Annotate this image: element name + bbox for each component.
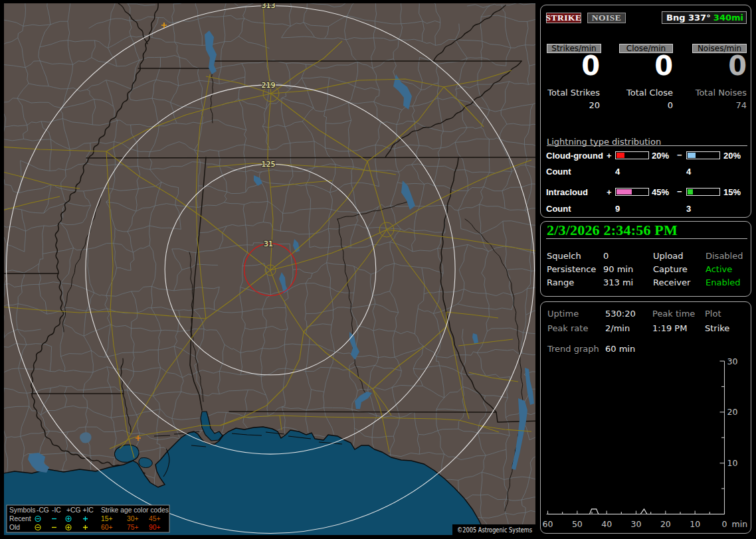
bearing-label: Bng 337° <box>666 13 711 23</box>
svg-text:-IC: -IC <box>52 506 61 514</box>
svg-text:50: 50 <box>572 519 583 529</box>
svg-text:15+: 15+ <box>101 515 112 522</box>
border-tn-south <box>86 157 535 158</box>
svg-text:Recent: Recent <box>9 515 31 522</box>
copyright-text: ©2005 Astrogenic Systems <box>457 526 532 534</box>
status-panel: 2/3/2026 2:34:56 PM Squelch0UploadDisabl… <box>540 221 751 297</box>
plus-pct: 45% <box>652 187 669 197</box>
minus-count: 4 <box>686 167 691 177</box>
total-label: Total Noises <box>667 88 747 98</box>
bearing-display: Bng 337° 340mi <box>662 11 747 24</box>
svg-text:Old: Old <box>9 524 20 531</box>
svg-text:30: 30 <box>727 356 738 366</box>
minus-bar <box>686 188 720 196</box>
svg-text:20: 20 <box>727 407 738 417</box>
rate-value: 0 <box>520 52 600 79</box>
trend-chart: 1020306050403020100min <box>541 302 752 534</box>
minus-count: 3 <box>686 204 691 214</box>
total-value: 74 <box>667 100 747 110</box>
svg-text:45+: 45+ <box>149 515 160 522</box>
total-label: Total Strikes <box>520 88 600 98</box>
distribution-row: Cloud-ground+20%−20% <box>541 151 752 160</box>
svg-text:-CG: -CG <box>37 506 49 514</box>
svg-text:Strike age color codes: Strike age color codes <box>101 506 169 514</box>
status-key: Squelch <box>547 251 581 261</box>
count-label: Count <box>546 204 571 214</box>
trend-panel: Uptime530:20Peak timePlotPeak rate2/min1… <box>540 301 751 534</box>
status-value: 90 min <box>603 264 633 274</box>
minus-sign: − <box>677 150 682 160</box>
status-key: Persistence <box>547 264 596 274</box>
minus-pct: 15% <box>723 187 741 197</box>
status-value: 313 mi <box>603 277 633 287</box>
svg-text:313: 313 <box>262 3 276 10</box>
count-label: Count <box>546 167 571 177</box>
datetime-display: 2/3/2026 2:34:56 PM <box>547 222 678 239</box>
plus-count: 4 <box>615 167 620 177</box>
total-label: Total Close <box>593 88 673 98</box>
total-value: 0 <box>593 100 673 110</box>
svg-text:+IC: +IC <box>83 506 94 514</box>
plus-sign: + <box>607 151 612 161</box>
svg-text:60+: 60+ <box>101 524 112 531</box>
svg-text:Symbols: Symbols <box>9 506 35 514</box>
rate-value: 0 <box>593 52 673 79</box>
minus-sign: − <box>677 187 682 196</box>
count-row: Count93 <box>541 204 752 213</box>
status-key: Upload <box>653 251 684 261</box>
noise-button[interactable]: NOISE <box>587 13 626 23</box>
bearing-distance: 340mi <box>713 13 743 23</box>
svg-text:219: 219 <box>262 81 276 90</box>
svg-text:40: 40 <box>601 519 612 529</box>
status-divider <box>546 238 747 239</box>
svg-text:60: 60 <box>543 519 553 529</box>
strike-legend: Symbols-CG-IC+CG+ICStrike age color code… <box>7 505 169 532</box>
rate-value: 0 <box>667 52 747 79</box>
counters-panel: STRIKE NOISE Bng 337° 340mi Strikes/min0… <box>540 5 751 218</box>
svg-text:20: 20 <box>660 519 671 529</box>
distribution-row: Intracloud+45%−15% <box>541 187 752 196</box>
status-value: Disabled <box>706 251 743 261</box>
plus-bar <box>615 188 649 196</box>
map[interactable]: 12521931331 ©2005 Astrogenic Systems Sym… <box>4 3 535 535</box>
plus-bar <box>615 151 649 159</box>
status-key: Range <box>547 277 574 287</box>
plus-count: 9 <box>615 204 620 214</box>
total-value: 20 <box>520 100 600 110</box>
minus-pct: 20% <box>723 151 741 161</box>
strike-button[interactable]: STRIKE <box>546 13 581 23</box>
distribution-underline <box>547 145 747 146</box>
svg-text:10: 10 <box>690 519 700 529</box>
copyright-bar: ©2005 Astrogenic Systems <box>452 524 535 535</box>
status-value: 0 <box>603 251 609 261</box>
status-key: Capture <box>653 264 688 274</box>
svg-text:0: 0 <box>722 519 727 529</box>
lake-pontchartrain <box>114 445 139 462</box>
status-key: Receiver <box>653 277 690 287</box>
svg-text:75+: 75+ <box>127 524 138 531</box>
svg-text:125: 125 <box>262 160 276 169</box>
minus-bar <box>686 151 720 159</box>
svg-text:+CG: +CG <box>66 506 80 514</box>
count-row: Count44 <box>541 167 752 176</box>
svg-text:30+: 30+ <box>127 515 138 522</box>
map-svg: 12521931331 ©2005 Astrogenic Systems Sym… <box>4 3 535 535</box>
plus-pct: 20% <box>652 151 669 161</box>
svg-text:30: 30 <box>631 519 642 529</box>
svg-text:31: 31 <box>264 240 273 248</box>
plus-sign: + <box>607 187 612 197</box>
svg-text:min: min <box>732 519 748 529</box>
status-value: Active <box>706 264 732 274</box>
dist-label: Intracloud <box>546 187 588 197</box>
svg-text:10: 10 <box>727 458 738 468</box>
dist-label: Cloud-ground <box>546 151 603 161</box>
svg-text:90+: 90+ <box>149 524 160 531</box>
status-value: Enabled <box>706 277 741 287</box>
